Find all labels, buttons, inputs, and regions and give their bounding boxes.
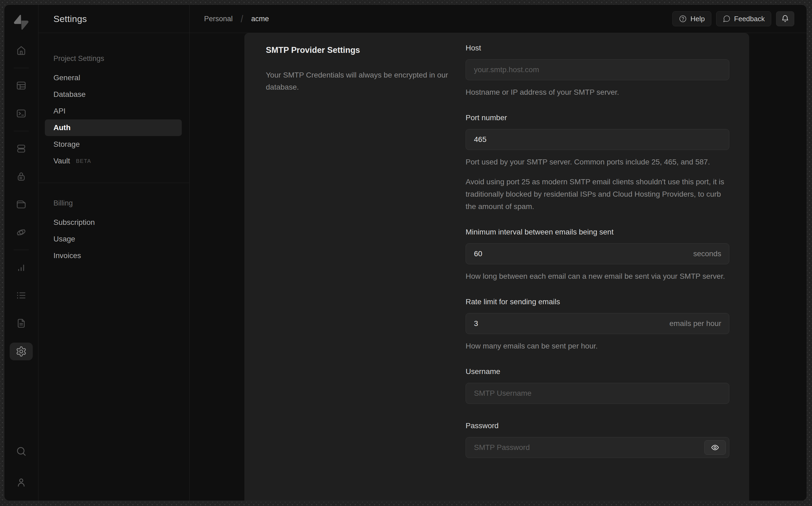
panel-heading: SMTP Provider Settings [266,45,449,55]
storage-icon[interactable] [13,196,30,213]
smtp-settings-panel: SMTP Provider Settings Your SMTP Credent… [244,33,749,501]
interval-helper: How long between each email can a new em… [466,270,729,282]
field-group-username: Username [466,367,729,404]
topbar-actions: Help Feedback [672,11,794,26]
breadcrumb-org[interactable]: Personal [204,15,233,23]
topbar: Personal / acme Help [190,5,807,33]
eye-icon [711,443,719,452]
field-group-host: Host Hostname or IP address of your SMTP… [466,44,729,98]
sidebar-header: Settings [39,5,189,33]
section-header-billing: Billing [45,195,182,212]
port-label: Port number [466,113,729,122]
interval-input[interactable] [466,243,729,264]
password-input[interactable] [466,437,729,458]
page-title: Settings [54,14,87,24]
search-icon[interactable] [13,443,30,460]
home-icon[interactable] [13,42,30,59]
port-input[interactable] [466,129,729,150]
nav-rail [4,5,39,501]
sidebar-nav: Project Settings General Database API Au… [39,33,189,264]
beta-badge: BETA [76,158,91,164]
field-group-rate-limit: Rate limit for sending emails emails per… [466,298,729,352]
app-window: Settings Project Settings General Databa… [4,5,807,501]
panel-section-header: SMTP Provider Settings Your SMTP Credent… [244,33,466,501]
rate-limit-label: Rate limit for sending emails [466,298,729,306]
reveal-password-button[interactable] [704,440,726,455]
user-icon[interactable] [13,474,30,491]
notifications-button[interactable] [776,11,794,26]
docs-icon[interactable] [13,315,30,332]
rate-limit-input[interactable] [466,313,729,334]
username-label: Username [466,367,729,376]
edge-functions-icon[interactable] [13,224,30,241]
help-icon [679,15,687,23]
settings-icon[interactable] [10,343,33,360]
section-header-project-settings: Project Settings [45,50,182,67]
field-group-port: Port number Port used by your SMTP serve… [466,113,729,213]
database-icon[interactable] [13,140,30,157]
sidebar-item-general[interactable]: General [45,70,182,86]
main-area: Personal / acme Help [190,5,807,501]
rail-divider [14,68,29,68]
sidebar-item-storage[interactable]: Storage [45,136,182,153]
sidebar-item-subscription[interactable]: Subscription [45,214,182,231]
breadcrumb-separator: / [241,13,243,25]
bell-icon [781,14,790,23]
smtp-form: Host Hostname or IP address of your SMTP… [466,33,749,501]
username-input[interactable] [466,383,729,404]
panel-description: Your SMTP Credentials will always be enc… [266,69,449,93]
sidebar-divider [39,183,189,183]
reports-icon[interactable] [13,259,30,276]
password-label: Password [466,421,729,430]
port-helper-2: Avoid using port 25 as modern SMTP email… [466,176,729,213]
sidebar-item-usage[interactable]: Usage [45,231,182,247]
table-editor-icon[interactable] [13,77,30,94]
supabase-logo[interactable] [4,5,38,40]
rate-limit-helper: How many emails can be sent per hour. [466,340,729,352]
field-group-password: Password [466,421,729,458]
auth-icon[interactable] [13,168,30,185]
host-label: Host [466,44,729,52]
interval-label: Minimum interval between emails being se… [466,228,729,236]
sidebar-item-vault[interactable]: Vault BETA [45,153,182,169]
sidebar-item-invoices[interactable]: Invoices [45,247,182,264]
host-input[interactable] [466,59,729,80]
settings-sidebar: Settings Project Settings General Databa… [39,5,190,501]
content-area: SMTP Provider Settings Your SMTP Credent… [190,33,807,501]
host-helper: Hostname or IP address of your SMTP serv… [466,86,729,98]
sidebar-item-api[interactable]: API [45,103,182,119]
feedback-button[interactable]: Feedback [716,11,771,26]
rail-divider [14,250,29,250]
feedback-icon [723,15,731,23]
sidebar-item-auth[interactable]: Auth [45,119,182,136]
help-button[interactable]: Help [672,11,711,26]
port-helper-1: Port used by your SMTP server. Common po… [466,156,729,168]
sidebar-item-database[interactable]: Database [45,86,182,103]
breadcrumb: Personal / acme [204,14,269,24]
logs-icon[interactable] [13,287,30,304]
rail-divider [14,131,29,131]
sql-editor-icon[interactable] [13,105,30,122]
breadcrumb-project[interactable]: acme [251,15,269,23]
desktop-background: Settings Project Settings General Databa… [0,0,812,506]
field-group-interval: Minimum interval between emails being se… [466,228,729,282]
